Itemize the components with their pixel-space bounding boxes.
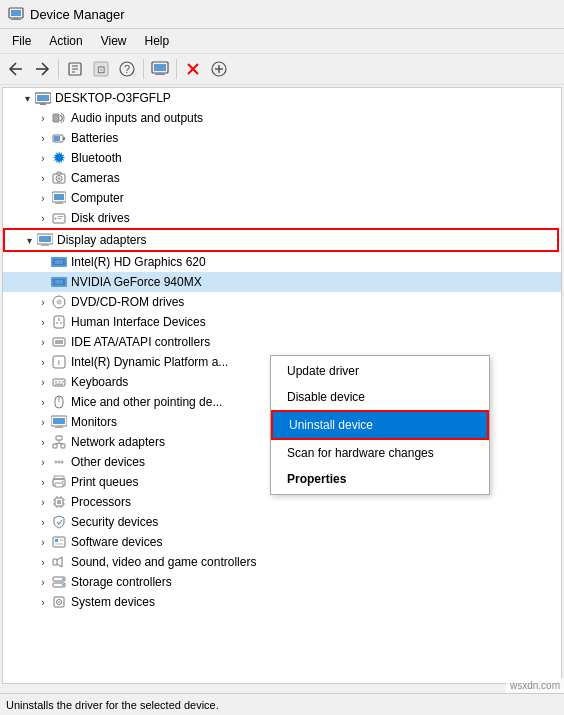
svg-point-77 — [55, 461, 58, 464]
svg-rect-85 — [57, 500, 61, 504]
menu-help[interactable]: Help — [137, 31, 178, 51]
context-uninstall-device[interactable]: Uninstall device — [271, 410, 489, 440]
tree-item-nvidia[interactable]: NVIDIA GeForce 940MX — [3, 272, 561, 292]
svg-rect-94 — [53, 537, 65, 547]
svg-rect-24 — [53, 114, 59, 122]
network-icon — [51, 434, 67, 450]
tree-item-sound[interactable]: › Sound, video and game controllers — [3, 552, 561, 572]
properties-button[interactable] — [63, 57, 87, 81]
svg-rect-23 — [40, 103, 46, 105]
root-arrow: ▾ — [19, 93, 35, 104]
tree-item-bluetooth[interactable]: › ✹ Bluetooth — [3, 148, 561, 168]
dvd-icon — [51, 294, 67, 310]
svg-rect-73 — [61, 444, 65, 448]
help-button[interactable]: ? — [115, 57, 139, 81]
tree-item-disk[interactable]: › Disk drives — [3, 208, 561, 228]
other-label: Other devices — [71, 455, 145, 469]
root-icon — [35, 90, 51, 106]
arrow: › — [35, 133, 51, 144]
tree-item-batteries[interactable]: › Batteries — [3, 128, 561, 148]
arrow: › — [35, 597, 51, 608]
mouse-icon — [51, 394, 67, 410]
dvd-label: DVD/CD-ROM drives — [71, 295, 184, 309]
arrow: › — [35, 337, 51, 348]
other-icon — [51, 454, 67, 470]
audio-label: Audio inputs and outputs — [71, 111, 203, 125]
arrow: › — [35, 357, 51, 368]
intel-graphics-label: Intel(R) HD Graphics 620 — [71, 255, 206, 269]
svg-rect-1 — [11, 10, 21, 16]
svg-point-102 — [62, 584, 64, 586]
ide-label: IDE ATA/ATAPI controllers — [71, 335, 210, 349]
arrow: › — [35, 297, 51, 308]
tree-item-security[interactable]: › Security devices — [3, 512, 561, 532]
svg-rect-48 — [55, 280, 63, 284]
root-label: DESKTOP-O3FGFLP — [55, 91, 171, 105]
arrow: › — [35, 213, 51, 224]
status-bar: Uninstalls the driver for the selected d… — [0, 693, 564, 715]
tree-item-computer[interactable]: › Computer — [3, 188, 561, 208]
toolbar: ⊡ ? — [0, 54, 564, 85]
print-label: Print queues — [71, 475, 138, 489]
arrow: › — [35, 457, 51, 468]
context-update-driver[interactable]: Update driver — [271, 358, 489, 384]
title-bar-icon — [8, 6, 24, 22]
display-adapters-label: Display adapters — [57, 233, 146, 247]
disk-label: Disk drives — [71, 211, 130, 225]
svg-rect-32 — [54, 194, 64, 200]
sound-label: Sound, video and game controllers — [71, 555, 256, 569]
ide-icon — [51, 334, 67, 350]
keyboard-icon — [51, 374, 67, 390]
window-title: Device Manager — [30, 7, 125, 22]
remove-button[interactable] — [181, 57, 205, 81]
svg-line-75 — [55, 443, 59, 444]
menu-action[interactable]: Action — [41, 31, 90, 51]
arrow: › — [35, 317, 51, 328]
svg-rect-40 — [39, 236, 51, 242]
arrow: › — [35, 113, 51, 124]
tree-item-processors[interactable]: › Processors — [3, 492, 561, 512]
audio-icon — [51, 110, 67, 126]
svg-rect-98 — [53, 559, 57, 565]
add-button[interactable] — [207, 57, 231, 81]
back-button[interactable] — [4, 57, 28, 81]
arrow: › — [35, 497, 51, 508]
disk-icon — [51, 210, 67, 226]
tree-item-intel-graphics[interactable]: Intel(R) HD Graphics 620 — [3, 252, 561, 272]
computer-icon-btn[interactable] — [148, 57, 172, 81]
tree-item-dvd[interactable]: › DVD/CD-ROM drives — [3, 292, 561, 312]
bluetooth-icon: ✹ — [51, 150, 67, 166]
context-menu: Update driver Disable device Uninstall d… — [270, 355, 490, 495]
svg-rect-61 — [55, 381, 57, 383]
context-properties[interactable]: Properties — [271, 466, 489, 492]
sound-icon — [51, 554, 67, 570]
svg-rect-37 — [58, 216, 64, 217]
gpu-icon — [51, 254, 67, 270]
context-scan-hardware[interactable]: Scan for hardware changes — [271, 440, 489, 466]
toolbar-sep-1 — [58, 59, 59, 79]
tree-item-cameras[interactable]: › Cameras — [3, 168, 561, 188]
svg-rect-27 — [54, 136, 60, 141]
tree-item-storage[interactable]: › Storage controllers — [3, 572, 561, 592]
tree-item-hid[interactable]: › Human Interface Devices — [3, 312, 561, 332]
menu-view[interactable]: View — [93, 31, 135, 51]
tree-item-system[interactable]: › System devices — [3, 592, 561, 612]
context-disable-device[interactable]: Disable device — [271, 384, 489, 410]
tree-root[interactable]: ▾ DESKTOP-O3FGFLP — [3, 88, 561, 108]
computer-icon — [51, 190, 67, 206]
update-button[interactable]: ⊡ — [89, 57, 113, 81]
tree-item-ide[interactable]: › IDE ATA/ATAPI controllers — [3, 332, 561, 352]
arrow: › — [35, 577, 51, 588]
svg-rect-68 — [53, 418, 65, 424]
intel-platform-label: Intel(R) Dynamic Platform a... — [71, 355, 228, 369]
display-adapter-icon — [37, 232, 53, 248]
menu-file[interactable]: File — [4, 31, 39, 51]
tree-item-software[interactable]: › Software devices — [3, 532, 561, 552]
arrow: › — [35, 153, 51, 164]
main-content: ▾ DESKTOP-O3FGFLP › Audio inputs and out… — [0, 85, 564, 686]
arrow: › — [35, 437, 51, 448]
tree-item-audio[interactable]: › Audio inputs and outputs — [3, 108, 561, 128]
forward-button[interactable] — [30, 57, 54, 81]
svg-rect-64 — [55, 384, 63, 386]
tree-item-display-adapters[interactable]: ▾ Display adapters — [3, 228, 559, 252]
